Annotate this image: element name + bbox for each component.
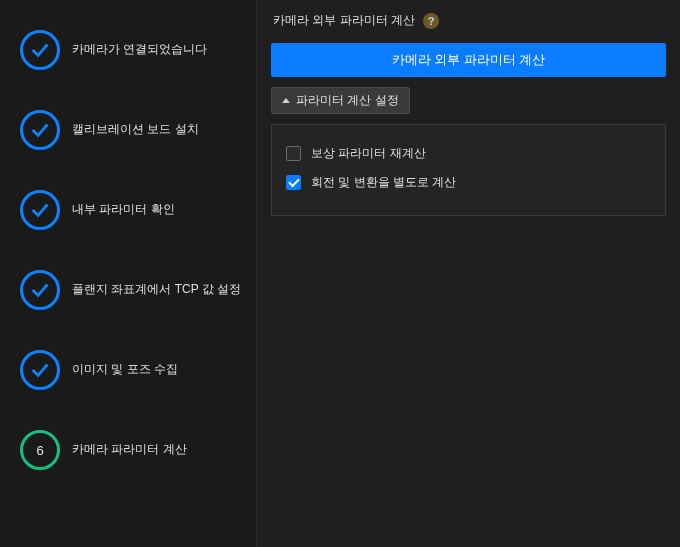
step-camera-connected[interactable]: 카메라가 연결되었습니다: [0, 18, 256, 82]
step-image-pose[interactable]: 이미지 및 포즈 수집: [0, 338, 256, 402]
section-header: 카메라 외부 파라미터 계산 ?: [271, 12, 666, 29]
check-circle-icon: [20, 190, 60, 230]
check-circle-icon: [20, 110, 60, 150]
option-recalculate-compensation[interactable]: 보상 파라미터 재계산: [286, 139, 651, 168]
checkbox-checked-icon[interactable]: [286, 175, 301, 190]
collapse-label: 파라미터 계산 설정: [296, 92, 399, 109]
caret-up-icon: [282, 98, 290, 103]
calculate-extrinsic-button[interactable]: 카메라 외부 파라미터 계산: [271, 43, 666, 77]
check-circle-icon: [20, 350, 60, 390]
step-camera-params-calc[interactable]: 6 카메라 파라미터 계산: [0, 418, 256, 482]
step-label: 카메라 파라미터 계산: [72, 442, 187, 458]
step-number-icon: 6: [20, 430, 60, 470]
step-label: 내부 파라미터 확인: [72, 202, 175, 218]
checkbox-icon[interactable]: [286, 146, 301, 161]
step-label: 캘리브레이션 보드 설치: [72, 122, 199, 138]
step-label: 이미지 및 포즈 수집: [72, 362, 178, 378]
option-label: 보상 파라미터 재계산: [311, 145, 426, 162]
step-calibration-board[interactable]: 캘리브레이션 보드 설치: [0, 98, 256, 162]
option-label: 회전 및 변환을 별도로 계산: [311, 174, 456, 191]
sidebar: 카메라가 연결되었습니다 캘리브레이션 보드 설치 내부 파라미터 확인 플랜지…: [0, 0, 256, 547]
param-settings-panel: 보상 파라미터 재계산 회전 및 변환을 별도로 계산: [271, 124, 666, 216]
step-tcp-setting[interactable]: 플랜지 좌표계에서 TCP 값 설정: [0, 258, 256, 322]
step-label: 플랜지 좌표계에서 TCP 값 설정: [72, 282, 241, 298]
option-separate-rotation-translation[interactable]: 회전 및 변환을 별도로 계산: [286, 168, 651, 197]
section-title: 카메라 외부 파라미터 계산: [273, 12, 415, 29]
help-icon[interactable]: ?: [423, 13, 439, 29]
main-panel: 카메라 외부 파라미터 계산 ? 카메라 외부 파라미터 계산 파라미터 계산 …: [256, 0, 680, 547]
step-label: 카메라가 연결되었습니다: [72, 42, 207, 58]
check-circle-icon: [20, 270, 60, 310]
check-circle-icon: [20, 30, 60, 70]
param-settings-toggle[interactable]: 파라미터 계산 설정: [271, 87, 410, 114]
step-internal-params[interactable]: 내부 파라미터 확인: [0, 178, 256, 242]
